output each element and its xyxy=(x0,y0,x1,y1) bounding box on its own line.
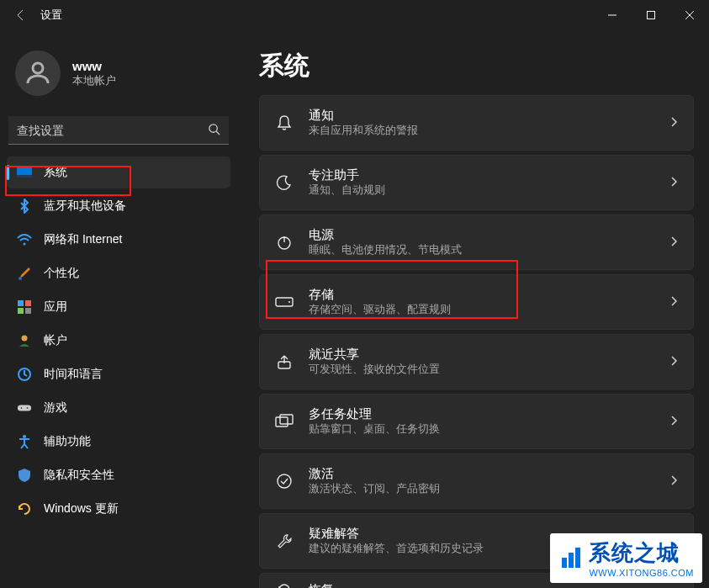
nav-label: 蓝牙和其他设备 xyxy=(44,199,126,214)
avatar xyxy=(15,50,61,96)
nav-label: 个性化 xyxy=(44,266,79,281)
card-subtitle: 通知、自动规则 xyxy=(309,183,654,198)
minimize-button[interactable] xyxy=(593,0,632,30)
clock-globe-icon xyxy=(17,367,32,382)
chevron-right-icon xyxy=(669,415,678,429)
svg-rect-22 xyxy=(280,415,293,424)
card-title: 通知 xyxy=(309,108,654,124)
card-activation[interactable]: 激活 激活状态、订阅、产品密钥 xyxy=(259,453,694,509)
watermark-logo: 系统之城 WWW.XITONG86.COM xyxy=(550,533,702,583)
nav-item-apps[interactable]: 应用 xyxy=(7,291,230,323)
nav-item-personalization[interactable]: 个性化 xyxy=(7,257,230,289)
svg-point-6 xyxy=(19,277,22,280)
user-name: www xyxy=(72,59,116,73)
wifi-icon xyxy=(17,232,32,247)
shield-icon xyxy=(17,468,32,483)
svg-point-1 xyxy=(33,63,43,73)
watermark-icon xyxy=(558,546,584,571)
moon-icon xyxy=(275,173,294,192)
display-icon xyxy=(17,165,32,180)
card-storage[interactable]: 存储 存储空间、驱动器、配置规则 xyxy=(259,274,694,330)
svg-point-14 xyxy=(21,407,23,409)
window-title: 设置 xyxy=(40,8,62,23)
chevron-right-icon xyxy=(669,176,678,190)
svg-point-19 xyxy=(288,301,290,303)
svg-rect-25 xyxy=(569,553,574,568)
check-circle-icon xyxy=(275,472,294,490)
nav-item-time-language[interactable]: 时间和语言 xyxy=(7,358,230,390)
card-subtitle: 睡眠、电池使用情况、节电模式 xyxy=(309,243,654,257)
svg-point-11 xyxy=(22,336,28,342)
card-title: 激活 xyxy=(309,466,654,482)
nav-item-system[interactable]: 系统 xyxy=(7,156,230,188)
page-title: 系统 xyxy=(259,49,694,83)
maximize-button[interactable] xyxy=(632,0,670,30)
svg-rect-21 xyxy=(276,417,288,426)
chevron-right-icon xyxy=(669,355,678,369)
svg-rect-8 xyxy=(25,300,31,306)
nav-item-accessibility[interactable]: 辅助功能 xyxy=(7,426,230,458)
nav-label: 隐私和安全性 xyxy=(44,468,114,483)
chevron-right-icon xyxy=(669,236,678,250)
card-title: 电源 xyxy=(309,227,654,243)
card-subtitle: 存储空间、驱动器、配置规则 xyxy=(309,303,654,317)
nav-label: 应用 xyxy=(44,299,67,315)
card-title: 就近共享 xyxy=(309,347,654,363)
paintbrush-icon xyxy=(17,266,32,281)
multitask-icon xyxy=(275,412,294,431)
titlebar: 设置 xyxy=(0,0,709,30)
bell-icon xyxy=(275,114,294,132)
nav-label: 网络和 Internet xyxy=(44,232,122,247)
svg-rect-0 xyxy=(648,12,655,19)
card-notifications[interactable]: 通知 来自应用和系统的警报 xyxy=(259,95,694,151)
nav-item-gaming[interactable]: 游戏 xyxy=(7,392,230,424)
svg-point-2 xyxy=(209,124,217,132)
card-subtitle: 激活状态、订阅、产品密钥 xyxy=(309,482,654,496)
nav-label: Windows 更新 xyxy=(44,501,119,516)
card-subtitle: 可发现性、接收的文件位置 xyxy=(309,363,654,377)
gamepad-icon xyxy=(17,400,32,416)
svg-rect-26 xyxy=(575,548,580,568)
watermark-url: WWW.XITONG86.COM xyxy=(589,568,694,578)
main-panel: 系统 通知 来自应用和系统的警报 专注助手 通知、自动规则 xyxy=(237,30,709,588)
nav-label: 时间和语言 xyxy=(44,367,103,382)
nav-item-privacy[interactable]: 隐私和安全性 xyxy=(7,459,230,491)
search-input[interactable] xyxy=(8,116,229,145)
nav-item-accounts[interactable]: 帐户 xyxy=(7,325,230,357)
card-multitasking[interactable]: 多任务处理 贴靠窗口、桌面、任务切换 xyxy=(259,394,694,449)
chevron-right-icon xyxy=(669,295,678,310)
nav-item-network[interactable]: 网络和 Internet xyxy=(7,224,230,256)
recovery-icon xyxy=(275,580,294,588)
person-icon xyxy=(17,333,32,348)
card-title: 多任务处理 xyxy=(309,406,654,422)
svg-rect-4 xyxy=(17,175,32,177)
storage-icon xyxy=(275,293,294,311)
accessibility-icon xyxy=(17,434,32,449)
search-container xyxy=(8,116,229,145)
card-title: 存储 xyxy=(309,287,654,303)
svg-point-16 xyxy=(23,435,26,438)
nav: 系统 蓝牙和其他设备 网络和 Internet 个性化 应用 帐户 xyxy=(7,156,230,525)
svg-point-23 xyxy=(278,474,291,488)
watermark-text: 系统之城 xyxy=(589,540,680,565)
card-nearby-sharing[interactable]: 就近共享 可发现性、接收的文件位置 xyxy=(259,334,694,389)
nav-label: 帐户 xyxy=(44,333,67,348)
nav-label: 系统 xyxy=(44,165,67,180)
nav-item-bluetooth[interactable]: 蓝牙和其他设备 xyxy=(7,190,230,222)
svg-rect-7 xyxy=(18,300,24,306)
svg-rect-10 xyxy=(25,308,31,314)
card-focus-assist[interactable]: 专注助手 通知、自动规则 xyxy=(259,155,694,210)
svg-point-5 xyxy=(24,243,26,246)
card-title: 专注助手 xyxy=(309,167,654,183)
user-block[interactable]: www 本地帐户 xyxy=(7,44,230,106)
svg-rect-24 xyxy=(562,558,567,568)
nav-item-windows-update[interactable]: Windows 更新 xyxy=(7,493,230,525)
nav-label: 游戏 xyxy=(44,400,67,416)
card-power[interactable]: 电源 睡眠、电池使用情况、节电模式 xyxy=(259,215,694,270)
settings-list: 通知 来自应用和系统的警报 专注助手 通知、自动规则 电源 睡眠、电池使用情况、… xyxy=(259,95,694,588)
close-button[interactable] xyxy=(670,0,709,30)
back-button[interactable] xyxy=(8,3,34,28)
svg-rect-9 xyxy=(18,308,24,314)
update-icon xyxy=(17,501,32,516)
sidebar: www 本地帐户 系统 蓝牙和其他设备 网络和 Internet xyxy=(0,30,237,588)
